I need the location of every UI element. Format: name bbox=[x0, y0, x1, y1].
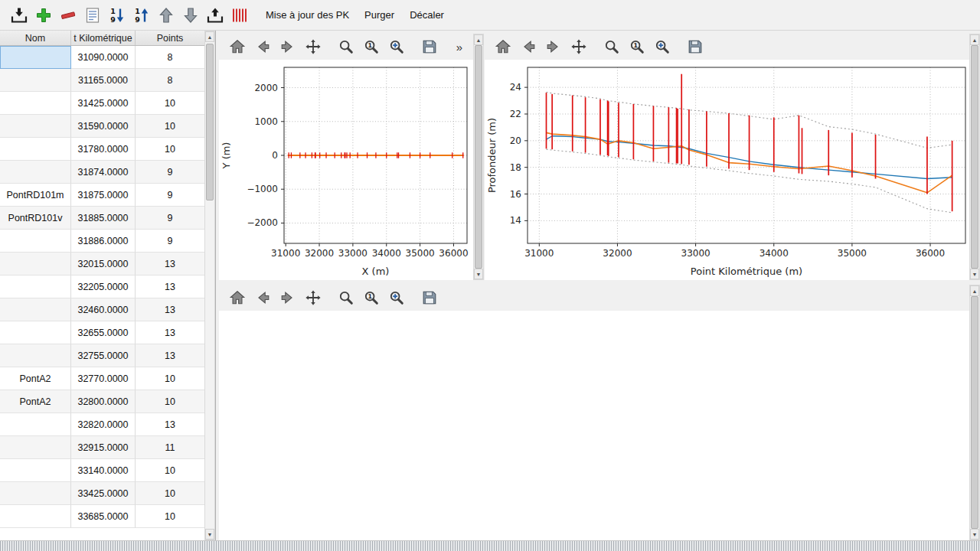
table-cell-points[interactable]: 13 bbox=[136, 253, 205, 276]
table-scrollbar[interactable]: ▲ ▼ bbox=[204, 31, 215, 540]
zoom-button[interactable] bbox=[335, 287, 357, 308]
bottom-panel-scrollbar[interactable]: ▲ ▼ bbox=[969, 285, 980, 540]
scroll-up-button[interactable]: ▲ bbox=[474, 34, 483, 45]
home-button[interactable] bbox=[227, 287, 248, 308]
table-row[interactable]: 33140.000010 bbox=[0, 459, 205, 482]
back-button[interactable] bbox=[252, 36, 273, 57]
scroll-down-button[interactable]: ▼ bbox=[970, 529, 979, 540]
table-cell-pk[interactable]: 33425.0000 bbox=[71, 482, 136, 505]
table-row[interactable]: 31090.00008 bbox=[0, 46, 205, 69]
table-cell-points[interactable]: 10 bbox=[136, 390, 205, 413]
table-cell-nom[interactable]: PontRD101m bbox=[0, 184, 71, 207]
zoom-1-button[interactable]: 1 bbox=[361, 36, 382, 57]
table-cell-points[interactable]: 11 bbox=[136, 436, 205, 459]
table-cell-points[interactable]: 13 bbox=[136, 298, 205, 321]
table-cell-points[interactable]: 10 bbox=[136, 482, 205, 505]
scroll-up-button[interactable]: ▲ bbox=[970, 34, 979, 45]
scroll-down-button[interactable]: ▼ bbox=[474, 269, 483, 279]
table-cell-nom[interactable] bbox=[0, 230, 71, 253]
export-button[interactable] bbox=[204, 4, 227, 27]
table-cell-nom[interactable] bbox=[0, 46, 71, 69]
table-cell-points[interactable]: 13 bbox=[136, 321, 205, 344]
table-cell-nom[interactable]: PontA2 bbox=[0, 390, 71, 413]
home-button[interactable] bbox=[227, 36, 248, 57]
save-button[interactable] bbox=[684, 36, 706, 57]
table-cell-nom[interactable] bbox=[0, 115, 71, 138]
save-button[interactable] bbox=[419, 36, 440, 57]
scrollbar-track[interactable] bbox=[474, 45, 483, 269]
forward-button[interactable] bbox=[277, 36, 299, 57]
decaler-button[interactable]: Décaler bbox=[403, 5, 451, 25]
purger-button[interactable]: Purger bbox=[358, 5, 401, 25]
scroll-up-button[interactable]: ▲ bbox=[970, 285, 979, 296]
table-cell-nom[interactable] bbox=[0, 253, 71, 276]
table-row[interactable]: PontRD101v31885.00009 bbox=[0, 207, 205, 230]
table-cell-pk[interactable]: 32820.0000 bbox=[71, 413, 136, 436]
zoom-in-button[interactable] bbox=[386, 36, 407, 57]
form-button[interactable] bbox=[81, 4, 104, 27]
table-cell-pk[interactable]: 33140.0000 bbox=[71, 459, 136, 482]
scroll-up-button[interactable]: ▲ bbox=[205, 31, 214, 42]
empty-plot-canvas[interactable] bbox=[219, 311, 969, 540]
scrollbar-track[interactable] bbox=[970, 45, 979, 269]
zoom-1-button[interactable]: 1 bbox=[361, 287, 382, 308]
table-row[interactable]: PontA232800.000010 bbox=[0, 390, 205, 413]
table-row[interactable]: 32655.000013 bbox=[0, 321, 205, 344]
sort-ascending-button[interactable]: 19 bbox=[130, 4, 153, 27]
scroll-down-button[interactable]: ▼ bbox=[205, 529, 214, 540]
table-cell-points[interactable]: 8 bbox=[136, 46, 205, 69]
table-cell-pk[interactable]: 32460.0000 bbox=[71, 298, 136, 321]
table-cell-points[interactable]: 13 bbox=[136, 344, 205, 367]
table-row[interactable]: 32755.000013 bbox=[0, 344, 205, 367]
table-cell-pk[interactable]: 31885.0000 bbox=[71, 207, 136, 230]
save-button[interactable] bbox=[419, 287, 440, 308]
table-cell-nom[interactable] bbox=[0, 276, 71, 298]
table-row[interactable]: 31425.000010 bbox=[0, 92, 205, 115]
forward-button[interactable] bbox=[543, 36, 564, 57]
table-cell-pk[interactable]: 32015.0000 bbox=[71, 253, 136, 276]
pan-button[interactable] bbox=[568, 36, 590, 57]
table-row[interactable]: 31590.000010 bbox=[0, 115, 205, 138]
table-cell-nom[interactable] bbox=[0, 138, 71, 161]
table-cell-points[interactable]: 10 bbox=[136, 115, 205, 138]
table-cell-points[interactable]: 10 bbox=[136, 367, 205, 390]
table-cell-pk[interactable]: 31875.0000 bbox=[71, 184, 136, 207]
table-cell-nom[interactable]: PontA2 bbox=[0, 367, 71, 390]
add-button[interactable] bbox=[32, 4, 55, 27]
profile-plot[interactable]: 3100032000330003400035000360001416182022… bbox=[485, 60, 969, 280]
toolbar-overflow-button[interactable]: » bbox=[453, 36, 466, 57]
table-cell-nom[interactable] bbox=[0, 436, 71, 459]
table-cell-pk[interactable]: 32655.0000 bbox=[71, 321, 136, 344]
table-cell-nom[interactable] bbox=[0, 413, 71, 436]
table-cell-pk[interactable]: 31425.0000 bbox=[71, 92, 136, 115]
zoom-1-button[interactable]: 1 bbox=[626, 36, 648, 57]
zoom-in-button[interactable] bbox=[386, 287, 407, 308]
table-cell-pk[interactable]: 32205.0000 bbox=[71, 276, 136, 298]
scrollbar-thumb[interactable] bbox=[206, 44, 214, 201]
table-cell-pk[interactable]: 31886.0000 bbox=[71, 230, 136, 253]
table-cell-nom[interactable] bbox=[0, 321, 71, 344]
table-row[interactable]: PontA232770.000010 bbox=[0, 367, 205, 390]
table-cell-pk[interactable]: 32800.0000 bbox=[71, 390, 136, 413]
table-cell-points[interactable]: 13 bbox=[136, 413, 205, 436]
back-button[interactable] bbox=[518, 36, 539, 57]
table-cell-points[interactable]: 9 bbox=[136, 161, 205, 184]
sections-button[interactable] bbox=[228, 4, 251, 27]
import-button[interactable] bbox=[8, 4, 31, 27]
table-cell-points[interactable]: 10 bbox=[136, 459, 205, 482]
table-cell-points[interactable]: 10 bbox=[136, 138, 205, 161]
table-cell-points[interactable]: 10 bbox=[136, 92, 205, 115]
zoom-button[interactable] bbox=[601, 36, 622, 57]
table-cell-pk[interactable]: 31780.0000 bbox=[71, 138, 136, 161]
table-cell-pk[interactable]: 31090.0000 bbox=[71, 46, 136, 69]
sort-descending-button[interactable]: 19 bbox=[106, 4, 129, 27]
table-cell-nom[interactable]: PontRD101v bbox=[0, 207, 71, 230]
scrollbar-thumb[interactable] bbox=[475, 45, 482, 269]
scrollbar-thumb[interactable] bbox=[971, 296, 978, 529]
column-header-pk[interactable]: t Kilométrique bbox=[71, 31, 136, 45]
table-cell-points[interactable]: 8 bbox=[136, 69, 205, 92]
table-row[interactable]: 33425.000010 bbox=[0, 482, 205, 505]
scrollbar-track[interactable] bbox=[970, 296, 979, 529]
table-row[interactable]: 31780.000010 bbox=[0, 138, 205, 161]
table-cell-points[interactable]: 10 bbox=[136, 505, 205, 528]
